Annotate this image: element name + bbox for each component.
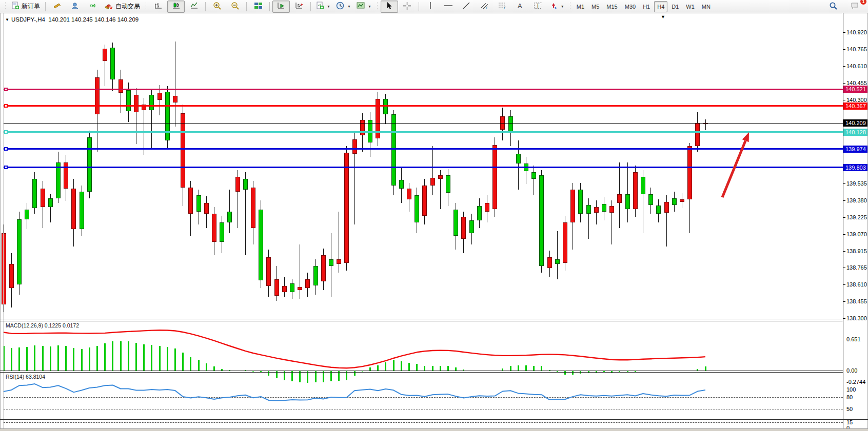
snapshot-button[interactable]	[48, 1, 66, 13]
period-button-M1[interactable]: M1	[574, 1, 587, 12]
period-toolbar: M1M5M15M30H1H4D1W1MN	[574, 1, 714, 12]
clock-icon	[336, 2, 345, 12]
candle-body	[9, 264, 14, 288]
horizontal-level-line[interactable]	[4, 89, 843, 90]
tile-windows-button[interactable]	[249, 1, 267, 13]
candlestick-chart-button[interactable]	[167, 1, 185, 13]
line-chart-button[interactable]	[185, 1, 203, 13]
price-tick-label: 139.380	[846, 197, 867, 203]
price-axis-box: 140.128	[843, 129, 868, 136]
candle-wick	[432, 146, 433, 195]
search-button[interactable]	[824, 1, 842, 13]
price-axis-box: 139.974	[843, 146, 868, 153]
period-button-MN[interactable]: MN	[699, 1, 714, 12]
text-label-tool-button[interactable]: T	[529, 1, 547, 13]
candle-body	[625, 194, 630, 210]
macd-histogram-bar	[65, 346, 67, 371]
signals-button[interactable]	[84, 1, 102, 13]
candle-body	[680, 199, 684, 201]
level-line-anchor[interactable]	[4, 104, 8, 108]
candle-wick	[534, 166, 534, 195]
horizontal-level-line[interactable]	[4, 167, 843, 168]
zoom-in-button[interactable]	[208, 1, 226, 13]
macd-histogram-bar	[167, 347, 168, 371]
candle-wick	[627, 162, 628, 222]
candle-body	[282, 286, 287, 293]
candle-body	[469, 220, 474, 234]
macd-panel-bottom-border[interactable]	[0, 371, 843, 371]
templates-button[interactable]: ▼	[354, 1, 374, 13]
level-line-anchor[interactable]	[4, 166, 8, 169]
horizontal-level-line[interactable]	[4, 131, 843, 133]
candle-body	[617, 194, 622, 203]
auto-trading-button[interactable]: 自动交易	[102, 1, 143, 13]
level-line-anchor[interactable]	[4, 147, 8, 151]
zoom-out-button[interactable]	[226, 1, 244, 13]
candle-body	[602, 204, 606, 212]
fibonacci-tool-button[interactable]: F	[494, 1, 511, 13]
candle-body	[134, 95, 139, 112]
candle-body	[430, 178, 435, 186]
period-button-M5[interactable]: M5	[588, 1, 602, 12]
chart-window[interactable]: ▼USDJPY-,H4 140.201 140.245 140.146 140.…	[0, 13, 868, 431]
candle-wick	[175, 42, 175, 127]
period-button-M15[interactable]: M15	[603, 1, 620, 12]
crosshair-icon	[403, 2, 411, 12]
equidistant-channel-tool-button[interactable]: E	[476, 1, 493, 13]
indicators-button[interactable]: ▼	[313, 1, 333, 13]
macd-histogram-bar	[151, 345, 152, 371]
candle-body	[461, 217, 466, 239]
timeframes-button[interactable]: ▼	[333, 1, 353, 13]
candle-body	[399, 180, 404, 189]
vertical-line-tool-button[interactable]	[422, 1, 439, 13]
candle-body	[531, 172, 536, 179]
macd-histogram-bar	[377, 365, 379, 371]
period-button-M30[interactable]: M30	[622, 1, 639, 12]
macd-histogram-bar	[518, 365, 519, 371]
rsi-panel-top-border	[0, 372, 843, 373]
text-tool-button[interactable]: A	[511, 1, 529, 13]
horizontal-line-tool-button[interactable]	[440, 1, 457, 13]
cursor-tool-button[interactable]	[381, 1, 398, 13]
horizontal-level-line[interactable]	[4, 105, 843, 107]
candle-body	[313, 266, 318, 285]
bar-chart-button[interactable]	[149, 1, 167, 13]
period-button-W1[interactable]: W1	[683, 1, 698, 12]
chart-shift-button[interactable]	[290, 1, 308, 13]
plot-left-border	[3, 13, 4, 428]
macd-histogram-bar	[541, 366, 542, 371]
candle-body	[609, 206, 614, 213]
candle-body	[119, 79, 123, 93]
period-button-H1[interactable]: H1	[640, 1, 653, 12]
new-order-button[interactable]: 新订单	[9, 1, 43, 13]
period-button-H4[interactable]: H4	[654, 1, 667, 12]
chart-plot-area[interactable]: 140.920140.765140.610140.455140.300139.8…	[0, 13, 868, 431]
arrows-tool-button[interactable]: ▼	[547, 1, 567, 13]
rsi-level-line	[4, 422, 843, 423]
community-button[interactable]	[66, 1, 84, 13]
main-panel-bottom-border[interactable]	[0, 319, 843, 319]
chevron-down-icon: ▼	[561, 5, 564, 8]
candle-body	[157, 93, 162, 100]
separator	[45, 2, 46, 11]
macd-axis-label: 0.651	[846, 336, 861, 342]
rsi-axis-label: 80	[846, 394, 853, 400]
crosshair-tool-button[interactable]	[399, 1, 416, 13]
macd-histogram-bar	[408, 363, 410, 371]
rsi-indicator-label: RSI(14) 63.8104	[6, 374, 45, 380]
rsi-panel-bottom-border[interactable]	[0, 419, 868, 420]
candle-body	[516, 154, 521, 163]
trendline-tool-button[interactable]	[458, 1, 475, 13]
horizontal-level-line[interactable]	[4, 148, 843, 150]
candle-body	[2, 233, 6, 304]
svg-text:E: E	[486, 6, 488, 10]
level-line-anchor[interactable]	[4, 130, 8, 134]
period-button-D1[interactable]: D1	[668, 1, 682, 12]
trader-hat-icon	[105, 2, 113, 11]
price-axis-border[interactable]	[843, 13, 843, 428]
level-line-anchor[interactable]	[4, 88, 8, 91]
candle-body	[87, 137, 92, 192]
macd-histogram-bar	[268, 371, 269, 376]
notifications-button[interactable]: 1	[846, 1, 863, 13]
auto-scroll-button[interactable]	[272, 1, 290, 13]
